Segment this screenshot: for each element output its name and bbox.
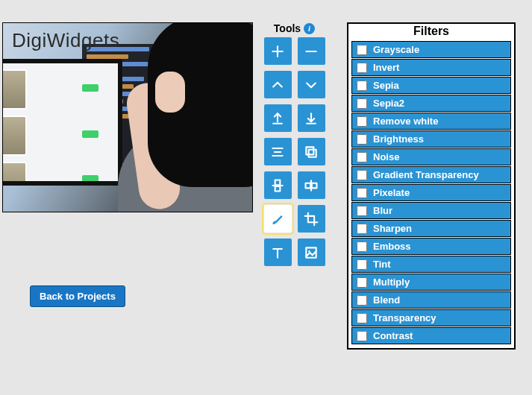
filter-checkbox[interactable] — [357, 241, 367, 252]
filter-label: Sepia2 — [373, 98, 404, 109]
tool-copy[interactable] — [298, 138, 325, 165]
filter-label: Pixelate — [373, 187, 410, 198]
filter-checkbox[interactable] — [357, 188, 367, 198]
crop-icon — [304, 212, 319, 227]
filter-checkbox[interactable] — [357, 224, 367, 234]
filter-label: Blur — [373, 205, 392, 216]
brush-icon — [270, 212, 285, 227]
filter-label: Brightness — [373, 133, 424, 145]
person — [110, 31, 253, 212]
filter-row-sepia2[interactable]: Sepia2 — [351, 95, 511, 112]
chev-up-icon — [270, 78, 285, 92]
filter-label: Sepia — [373, 80, 399, 91]
tools-panel: Tools i — [261, 22, 328, 266]
svg-rect-16 — [312, 183, 317, 188]
svg-rect-11 — [306, 147, 313, 154]
tool-flip-h[interactable] — [298, 171, 325, 199]
tools-header: Tools i — [261, 22, 328, 34]
svg-rect-10 — [309, 149, 316, 157]
filter-label: Contrast — [373, 330, 413, 341]
filter-row-blend[interactable]: Blend — [351, 291, 511, 309]
export-icon — [270, 111, 285, 126]
filter-row-transparency[interactable]: Transparency — [351, 309, 511, 326]
copy-icon — [304, 145, 319, 159]
image-icon — [304, 245, 319, 260]
filter-checkbox[interactable] — [357, 206, 367, 216]
filter-label: Blend — [373, 294, 400, 306]
tool-crop[interactable] — [298, 205, 325, 233]
filter-checkbox[interactable] — [357, 259, 367, 270]
filter-checkbox[interactable] — [357, 116, 367, 127]
tool-zoom-out[interactable] — [298, 37, 325, 65]
back-to-projects-button[interactable]: Back to Projects — [30, 285, 125, 307]
svg-rect-12 — [275, 180, 281, 185]
filters-panel: Filters GrayscaleInvertSepiaSepia2Remove… — [347, 22, 516, 350]
filter-row-sepia[interactable]: Sepia — [351, 77, 511, 94]
text-icon — [270, 245, 285, 260]
monitor — [2, 59, 122, 186]
filter-row-emboss[interactable]: Emboss — [351, 238, 511, 255]
filter-checkbox[interactable] — [357, 295, 367, 306]
svg-rect-15 — [306, 183, 311, 188]
flip-v-icon — [270, 178, 285, 193]
tool-image[interactable] — [298, 238, 325, 266]
filter-row-blur[interactable]: Blur — [351, 202, 511, 219]
filter-checkbox[interactable] — [357, 63, 367, 73]
chev-down-icon — [304, 78, 319, 92]
filter-row-sharpen[interactable]: Sharpen — [351, 220, 511, 237]
filter-checkbox[interactable] — [357, 331, 367, 341]
filter-label: Noise — [373, 151, 399, 162]
filter-label: Grayscale — [373, 44, 419, 55]
filter-checkbox[interactable] — [357, 277, 367, 288]
filter-row-multiply[interactable]: Multiply — [351, 274, 511, 291]
tool-export[interactable] — [264, 104, 292, 132]
filter-row-grayscale[interactable]: Grayscale — [351, 41, 511, 58]
canvas-logo: DigiWidgets — [12, 29, 119, 52]
info-icon[interactable]: i — [304, 23, 315, 34]
tool-import[interactable] — [298, 104, 325, 132]
filter-row-remove-white[interactable]: Remove white — [351, 113, 511, 130]
tool-align[interactable] — [264, 138, 292, 165]
filter-label: Gradient Transparency — [373, 169, 479, 180]
filter-checkbox[interactable] — [357, 313, 367, 323]
filters-title: Filters — [348, 24, 514, 40]
canvas-preview[interactable]: DigiWidgets — [2, 22, 253, 212]
import-icon — [304, 111, 319, 126]
filter-row-pixelate[interactable]: Pixelate — [351, 184, 511, 201]
filter-row-tint[interactable]: Tint — [351, 256, 511, 273]
filter-label: Emboss — [373, 241, 411, 252]
filter-label: Remove white — [373, 116, 438, 127]
filter-row-invert[interactable]: Invert — [351, 59, 511, 76]
tool-text[interactable] — [264, 238, 292, 266]
filter-checkbox[interactable] — [357, 152, 367, 162]
filter-row-noise[interactable]: Noise — [351, 148, 511, 165]
tool-zoom-in[interactable] — [264, 37, 292, 65]
filter-checkbox[interactable] — [357, 98, 367, 109]
filter-label: Sharpen — [373, 223, 412, 234]
flip-h-icon — [304, 178, 319, 193]
tool-move-up[interactable] — [264, 71, 292, 98]
svg-rect-13 — [275, 186, 281, 191]
filter-label: Tint — [373, 259, 391, 270]
filter-checkbox[interactable] — [357, 134, 367, 145]
filter-checkbox[interactable] — [357, 170, 367, 180]
filter-checkbox[interactable] — [357, 45, 367, 55]
plus-icon — [270, 44, 285, 59]
minus-icon — [304, 44, 319, 59]
filter-checkbox[interactable] — [357, 80, 367, 91]
filter-row-gradient-transparency[interactable]: Gradient Transparency — [351, 166, 511, 183]
filter-label: Invert — [373, 62, 399, 73]
filter-label: Multiply — [373, 276, 410, 288]
filter-label: Transparency — [373, 312, 436, 323]
align-icon — [270, 145, 285, 159]
filter-row-brightness[interactable]: Brightness — [351, 130, 511, 148]
tools-title: Tools — [274, 22, 301, 34]
tool-move-down[interactable] — [298, 71, 325, 98]
filter-row-contrast[interactable]: Contrast — [351, 327, 511, 344]
tool-brush[interactable] — [264, 205, 292, 233]
tool-flip-v[interactable] — [264, 171, 292, 199]
